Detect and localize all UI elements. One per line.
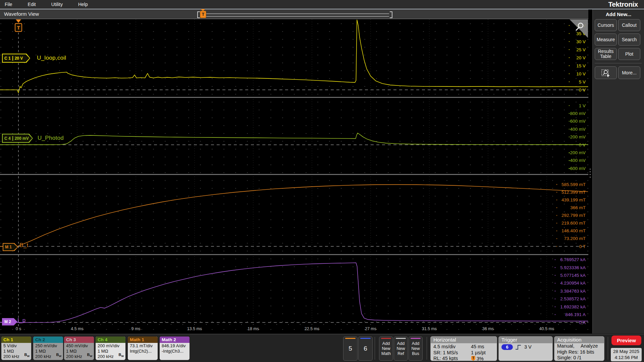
color-stripe xyxy=(381,338,391,339)
channel-badge-math1[interactable]: Math 173.1 mT/divIntg(Ch2)... xyxy=(128,337,158,360)
panel-resize-grip[interactable] xyxy=(590,169,591,179)
svg-text:146.400 mT: 146.400 mT xyxy=(561,228,586,233)
svg-text:292.799 mT: 292.799 mT xyxy=(561,213,586,218)
channel-handle-m1[interactable]: M 1 xyxy=(3,243,18,251)
svg-text:800 mV: 800 mV xyxy=(570,111,586,116)
math-ref-badge-5[interactable]: 5 xyxy=(343,337,358,361)
waveform-plot-area[interactable]: 40 V35 V30 V25 V20 V15 V10 V5 V0 V1 V800… xyxy=(0,19,588,334)
color-stripe xyxy=(345,338,356,339)
channel-scale: 846.19 A/div xyxy=(162,343,190,349)
menu-item-file[interactable]: File xyxy=(0,2,17,7)
trigger-position-icon: T xyxy=(471,356,476,361)
results-table-button[interactable]: Results Table xyxy=(595,48,617,60)
preview-button[interactable]: Preview xyxy=(611,336,641,345)
badge-channel-id: M 2 xyxy=(3,319,13,324)
add-new-label: AddNewMath xyxy=(381,341,391,356)
channel-badge-ch1[interactable]: Ch 15 V/div1 MΩ200 kHzBW xyxy=(1,337,31,360)
add-new-bus-button[interactable]: AddNewBus xyxy=(409,337,423,361)
svg-text:439.199 mT: 439.199 mT xyxy=(561,197,586,202)
badge-channel-id: C 4 xyxy=(3,136,12,141)
trigger-panel[interactable]: Trigger 6 3 V xyxy=(498,336,553,361)
menu-item-edit[interactable]: Edit xyxy=(23,2,41,7)
svg-text:25 V: 25 V xyxy=(576,47,586,52)
trigger-panel-title: Trigger xyxy=(499,337,552,343)
svg-text:13.5 ms: 13.5 ms xyxy=(187,326,202,331)
svg-text:600 mV: 600 mV xyxy=(570,119,586,124)
channel-handle-c4[interactable]: C 4200 mV xyxy=(2,134,33,143)
svg-text:3.384763 kA: 3.384763 kA xyxy=(560,289,586,294)
trigger-source-badge: 6 xyxy=(501,344,513,350)
horizontal-value-left: RL: 45 kpts xyxy=(433,356,471,361)
channel-scale: 73.1 mT/div xyxy=(130,343,158,349)
oscilloscope-screen: FileEditUtilityHelp Tektronix Waveform V… xyxy=(0,0,644,362)
zoom-select-icon xyxy=(601,68,611,77)
more-button[interactable]: More... xyxy=(618,66,640,79)
add-new-ref-button[interactable]: AddNewRef xyxy=(394,337,408,361)
channel-badge-ch3[interactable]: Ch 3450 mV/div1 MΩ200 kHzBW xyxy=(64,337,94,360)
position-bracket-left xyxy=(197,11,200,18)
svg-text:0 V: 0 V xyxy=(579,87,586,93)
horizontal-value-left: SR: 1 MS/s xyxy=(433,350,471,356)
divider xyxy=(375,337,375,360)
tektronix-logo: Tektronix xyxy=(608,0,638,8)
bandwidth-limit-icon: BW xyxy=(24,352,30,359)
callout-button[interactable]: Callout xyxy=(618,19,640,31)
acq-analyze: Analyze xyxy=(581,343,598,349)
channel-badge-title: Ch 1 xyxy=(1,337,31,343)
time-label: 4:12:56 PM xyxy=(611,355,642,361)
channel-badge-ch4[interactable]: Ch 4200 mV/div1 MΩ200 kHzBW xyxy=(96,337,125,360)
add-new-label: AddNewBus xyxy=(411,341,420,356)
acquisition-panel[interactable]: Acquisition Manual, Analyze High Res: 16… xyxy=(554,336,604,361)
horizontal-position-track[interactable] xyxy=(201,13,389,17)
svg-text:1 V: 1 V xyxy=(579,103,586,108)
badge-channel-id: M 1 xyxy=(3,245,13,249)
svg-text:40.5 ms: 40.5 ms xyxy=(539,326,554,331)
waveform-view-title: Waveform View xyxy=(4,11,39,17)
add-new-math-button[interactable]: AddNewMath xyxy=(379,337,393,361)
trace-c1 xyxy=(0,20,588,93)
acq-single: Single: 0 /1 xyxy=(554,355,604,361)
svg-text:4.5 ms: 4.5 ms xyxy=(71,326,84,331)
channel-badge-title: Ch 2 xyxy=(33,337,63,343)
channel-impedance: -Intg(Ch3... xyxy=(162,349,190,354)
panel-divider xyxy=(595,63,642,63)
bandwidth-limit-icon: BW xyxy=(118,352,124,359)
svg-text:366 mT: 366 mT xyxy=(570,205,586,210)
horizontal-panel[interactable]: Horizontal 4.5 ms/div45 msSR: 1 MS/s1 µs… xyxy=(430,336,497,361)
svg-text:0 s: 0 s xyxy=(16,326,21,331)
zoom-select-button[interactable] xyxy=(595,66,617,79)
channel-handle-c1[interactable]: C 120 V xyxy=(2,54,30,63)
svg-text:0 T: 0 T xyxy=(579,244,586,249)
channel-badge-ch2[interactable]: Ch 2250 mV/div1 MΩ200 kHzBW xyxy=(33,337,63,360)
channel-badge-math2[interactable]: Math 2846.19 A/div-Intg(Ch3... xyxy=(160,337,190,360)
badge-number: 5 xyxy=(348,345,352,352)
svg-text:22.5 ms: 22.5 ms xyxy=(305,326,319,331)
trace-m1 xyxy=(0,185,588,246)
svg-text:4.230954 kA: 4.230954 kA xyxy=(560,281,586,286)
channel-scale: 200 mV/div xyxy=(98,343,125,349)
svg-text:-400 mV: -400 mV xyxy=(569,158,586,163)
channel-handle-m2[interactable]: M 2 xyxy=(2,318,17,325)
menu-bar: FileEditUtilityHelp xyxy=(0,0,644,9)
cursors-button[interactable]: Cursors xyxy=(595,19,617,31)
svg-text:15 V: 15 V xyxy=(576,63,586,68)
datetime-display: 28 May 2025 4:12:56 PM xyxy=(611,348,642,361)
trigger-position-icon[interactable]: T xyxy=(200,11,206,18)
horizontal-panel-title: Horizontal xyxy=(431,337,497,343)
channel-badge-title: Ch 3 xyxy=(64,337,94,343)
trigger-level: 3 V xyxy=(524,344,532,350)
math-ref-badge-6[interactable]: 6 xyxy=(358,337,373,361)
plot-button[interactable]: Plot xyxy=(618,48,640,60)
svg-text:6.769527 kA: 6.769527 kA xyxy=(560,257,586,262)
menu-item-utility[interactable]: Utility xyxy=(47,2,67,7)
menu-item-help[interactable]: Help xyxy=(73,2,93,7)
svg-text:1.692382 kA: 1.692382 kA xyxy=(560,304,586,309)
search-button[interactable]: Search xyxy=(618,34,640,46)
acq-highres: High Res: 16 bits xyxy=(554,349,604,355)
horizontal-value-right: 1 µs/pt xyxy=(471,350,486,356)
horizontal-value-left: 4.5 ms/div xyxy=(433,344,471,350)
measure-button[interactable]: Measure xyxy=(595,34,617,46)
svg-text:73.200 mT: 73.200 mT xyxy=(564,236,586,241)
badge-scale: 20 V xyxy=(12,56,24,61)
badge-scale: 200 mV xyxy=(12,136,30,141)
